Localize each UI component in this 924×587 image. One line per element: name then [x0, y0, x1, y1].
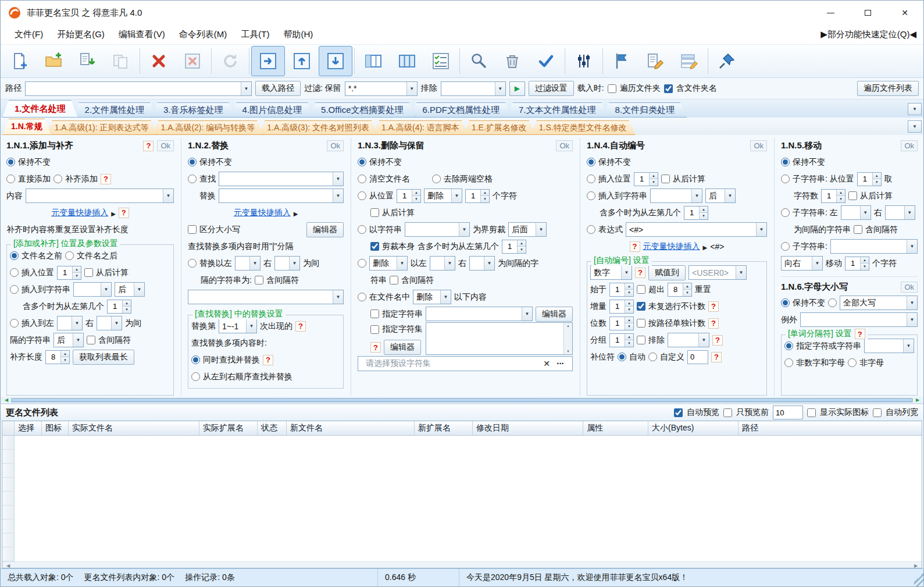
between-left-combo[interactable]	[57, 316, 83, 330]
menu-edit-view[interactable]: 编辑查看(V)	[112, 27, 172, 42]
pad-length-spinner[interactable]	[45, 350, 70, 364]
spinner-buttons[interactable]	[412, 190, 420, 202]
include-separator-checkbox[interactable]	[854, 225, 862, 234]
insert-pos-input[interactable]	[634, 173, 649, 186]
load-list-button[interactable]	[70, 46, 104, 76]
charset-checkbox[interactable]	[370, 325, 379, 334]
multi-index-spinner[interactable]	[107, 300, 131, 314]
keep-radio[interactable]	[781, 158, 790, 166]
preview-count-input[interactable]	[773, 405, 803, 419]
show-real-icons-checkbox[interactable]	[807, 408, 816, 417]
spinner-buttons[interactable]	[625, 283, 633, 296]
scroll-thumb[interactable]	[12, 399, 912, 402]
direct-add-radio[interactable]	[6, 175, 15, 183]
substr-pos-spinner[interactable]	[857, 172, 882, 186]
expand-arrow-icon[interactable]	[111, 208, 116, 218]
spinner-buttons[interactable]	[860, 257, 869, 270]
multi-index-input[interactable]	[502, 240, 517, 253]
skip-unchecked-checkbox[interactable]	[637, 302, 645, 311]
new-file-button[interactable]	[3, 46, 37, 76]
spinner-buttons[interactable]	[625, 300, 633, 313]
sub-tab-regex[interactable]: 1.A.高级(1): 正则表达式等	[46, 120, 158, 135]
cut-side-combo[interactable]: 后面	[508, 222, 547, 237]
col-real-ext[interactable]: 实际扩展名	[199, 421, 258, 435]
col-new-name[interactable]: 新文件名	[287, 421, 415, 435]
exceed-checkbox[interactable]	[637, 285, 645, 294]
table-hscrollbar[interactable]	[2, 561, 922, 568]
before-after-combo[interactable]: 后	[705, 188, 736, 203]
before-name-radio[interactable]	[10, 251, 19, 260]
expression-radio[interactable]	[587, 225, 595, 234]
col-new-ext[interactable]: 新扩展名	[415, 421, 473, 435]
spinner-buttons[interactable]	[480, 190, 489, 202]
keep-radio[interactable]	[188, 158, 197, 166]
keep-radio[interactable]	[358, 158, 366, 166]
include-folder-name-checkbox[interactable]	[664, 84, 673, 93]
between-right-combo[interactable]	[885, 205, 915, 220]
substr-pos-radio[interactable]	[781, 175, 790, 183]
delete-mode-combo[interactable]: 删除	[369, 256, 408, 271]
close-button[interactable]	[886, 1, 923, 25]
help-button[interactable]: ?	[263, 355, 273, 365]
multi-index-spinner[interactable]	[502, 240, 526, 254]
main-tab-filename[interactable]: 1.文件名处理	[2, 100, 78, 118]
col-icon[interactable]: 图标	[42, 421, 69, 435]
help-button[interactable]: ?	[712, 335, 723, 346]
apply-check-button[interactable]	[529, 46, 563, 76]
menu-tools[interactable]: 工具(T)	[234, 27, 276, 42]
insert-pos-spinner[interactable]	[634, 172, 658, 186]
position-spinner[interactable]	[397, 189, 421, 203]
direction-combo[interactable]: 向右	[781, 256, 823, 271]
count-input[interactable]	[466, 190, 480, 202]
editor-button[interactable]: 编辑器	[536, 307, 573, 322]
menu-file[interactable]: 文件(F)	[8, 27, 50, 42]
menu-help[interactable]: 帮助(H)	[276, 27, 320, 42]
check-list-button[interactable]	[424, 46, 458, 76]
by-string-radio[interactable]	[358, 225, 366, 234]
spec-string-combo[interactable]	[426, 307, 533, 321]
delete-mode-combo[interactable]: 删除	[413, 290, 451, 304]
start-input[interactable]	[610, 283, 625, 296]
increment-spinner[interactable]	[609, 300, 634, 314]
help-button[interactable]: ?	[630, 241, 640, 252]
spec-char-combo[interactable]	[864, 339, 914, 353]
help-button[interactable]: ?	[370, 342, 381, 353]
scroll-right-icon[interactable]	[913, 397, 922, 403]
exclude-combo[interactable]	[668, 333, 709, 347]
search-button[interactable]	[462, 46, 495, 76]
load-path-button[interactable]: 载入路径	[255, 81, 301, 96]
spinner-buttons[interactable]	[836, 190, 845, 202]
exclude-checkbox[interactable]	[637, 336, 645, 344]
flag-filter-button[interactable]	[605, 46, 638, 76]
more-sub-tabs-button[interactable]	[908, 120, 922, 133]
spinner-buttons[interactable]	[122, 300, 131, 313]
replace-combo[interactable]	[219, 188, 344, 203]
between-left-combo[interactable]	[841, 205, 871, 220]
non-alpha-radio[interactable]	[848, 358, 857, 367]
auto-preview-checkbox[interactable]	[674, 408, 683, 417]
help-button[interactable]: ?	[101, 174, 111, 184]
digits-spinner[interactable]	[609, 316, 634, 330]
spinner-buttons[interactable]	[699, 207, 708, 219]
maximize-button[interactable]	[849, 1, 886, 25]
textarea-scrollbar[interactable]	[563, 323, 572, 354]
scroll-right-icon[interactable]	[911, 563, 921, 568]
replace-between-radio[interactable]	[188, 259, 197, 268]
minimize-button[interactable]	[812, 1, 849, 25]
insert-between-radio[interactable]	[10, 319, 19, 328]
from-end-checkbox[interactable]	[84, 268, 93, 277]
multi-index-input[interactable]	[684, 207, 699, 219]
spinner-buttons[interactable]	[517, 240, 526, 253]
move-right-button[interactable]	[251, 46, 285, 76]
between-right-combo[interactable]	[274, 256, 300, 271]
include-separator-checkbox[interactable]	[87, 336, 95, 344]
insert-pos-radio[interactable]	[587, 175, 595, 183]
main-tab-file-attr[interactable]: 2.文件属性处理	[73, 102, 157, 118]
edit-list-button[interactable]	[672, 46, 706, 76]
increment-input[interactable]	[610, 300, 625, 313]
assign-target-combo[interactable]: <USER0>	[688, 265, 747, 280]
expression-combo[interactable]: <#>	[626, 222, 767, 237]
spinner-buttons[interactable]	[683, 283, 691, 296]
menu-command-list[interactable]: 命令列表(M)	[172, 27, 234, 42]
clear-list-button[interactable]	[176, 46, 209, 76]
